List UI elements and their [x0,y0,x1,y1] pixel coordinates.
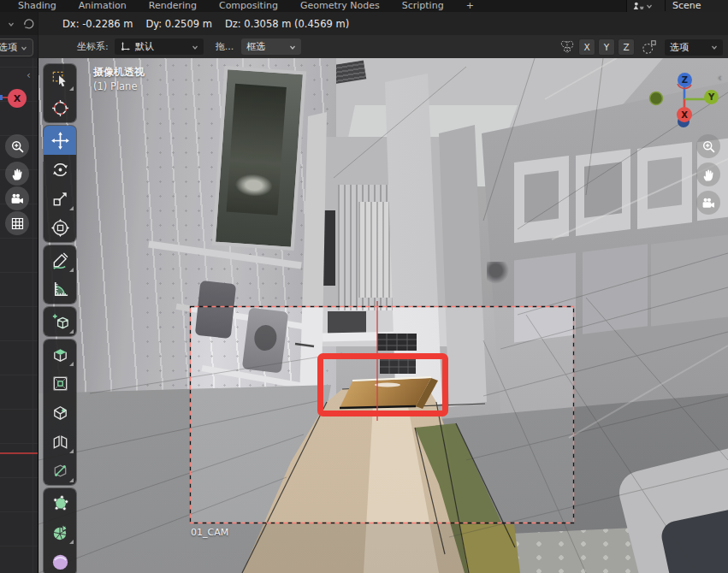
camera-view-icon[interactable] [5,186,29,210]
navigation-gizmo[interactable]: Z Y X [637,65,728,137]
orientation-dropdown[interactable]: 默认 [115,38,204,55]
select-mode-value: 框选 [246,40,265,53]
camera-name-label: 01_CAM [191,527,228,538]
orientation-value: 默认 [135,40,154,53]
pan-hand-icon[interactable] [696,162,720,186]
topbar: ShadingAnimationRenderingCompositingGeom… [0,0,728,12]
dz-value: Dz: 0.3058 m (0.4569 m) [225,18,349,30]
tab-scripting[interactable]: Scripting [391,0,455,12]
tab-+[interactable]: + [455,0,485,12]
grid-ortho-icon[interactable] [5,211,29,235]
chevron-down-icon [21,44,27,51]
3d-viewport[interactable]: 摄像机透视 (1) Plane 01_CAM ‹ Z Y X [38,58,728,573]
workspace-tabs: ShadingAnimationRenderingCompositingGeom… [7,0,485,12]
left-viewport-strip[interactable]: X ‹ [0,58,38,573]
pan-hand-icon[interactable] [5,162,29,186]
loop-cut-icon[interactable] [44,427,76,456]
rotate-icon[interactable] [44,155,76,184]
orientation-label: 坐标系: [77,40,109,53]
active-object-label: (1) Plane [93,80,138,92]
scene-selector[interactable]: Scene [626,0,728,12]
tab-animation[interactable]: Animation [68,0,138,12]
move-icon[interactable] [44,126,76,155]
chevron-down-icon [192,44,198,50]
y-axis-tip [0,95,3,100]
bevel-icon[interactable] [44,398,76,427]
options-label: 选项 [670,41,689,54]
cursor-icon[interactable] [44,93,76,122]
orientation-axes-icon [120,41,131,52]
scene-icon [632,1,646,11]
viewport-toolbar [44,64,76,573]
annotate-icon[interactable] [44,245,76,275]
tab-compositing[interactable]: Compositing [208,0,289,12]
chevron-down-icon [289,44,296,50]
axis-toggle-z[interactable]: Z [618,38,635,56]
inset-faces-icon[interactable] [44,369,76,398]
poly-build-icon[interactable] [44,488,76,517]
options-dropdown[interactable]: 选项 [665,39,723,56]
zoom-icon[interactable] [696,134,720,158]
left-options-button[interactable]: 选项 [0,38,33,56]
axis-toggle-y[interactable]: Y [598,38,615,56]
dy-value: Dy: 0.2509 m [145,18,211,30]
spin-icon[interactable] [44,517,76,546]
camera-passepartout [38,58,728,573]
gizmo-toggle-icon[interactable] [22,17,35,30]
extrude-icon[interactable] [44,340,76,369]
gizmo-x-ball[interactable]: X [8,89,27,108]
left-viewport-header: 选项 [0,35,38,58]
grid-x-axis-line [0,452,38,454]
gizmo-z-ball[interactable]: Z [678,73,692,87]
tool-settings-row: 选项 坐标系: 默认 拖... 框选 [0,35,728,58]
scene-overlay [38,58,728,573]
symmetry-icon[interactable] [559,39,576,55]
knife-icon[interactable] [44,456,76,485]
status-row: Dx: -0.2286 m Dy: 0.2509 m Dz: 0.3058 m … [0,12,728,35]
left-editor-header [0,12,38,35]
gizmo-y-ball[interactable]: Y [704,90,719,104]
smooth-icon[interactable] [44,546,76,573]
tab-rendering[interactable]: Rendering [138,0,208,12]
left-options-label: 选项 [0,41,17,54]
axis-toggle-x[interactable]: X [578,38,595,56]
chevron-down-icon [711,44,718,50]
tab-geometry-nodes[interactable]: Geometry Nodes [289,0,391,12]
editor-dropdown-chevron-icon[interactable] [8,21,15,27]
main-area: X ‹ [0,58,728,573]
gizmo-x-ball[interactable]: X [677,107,692,122]
transform-status-bar: Dx: -0.2286 m Dy: 0.2509 m Dz: 0.3058 m … [38,12,728,36]
collapse-arrow-icon[interactable]: ‹ [27,69,31,81]
chevron-down-icon [646,3,653,9]
wood-plank [340,377,438,409]
tab-shading[interactable]: Shading [7,0,68,12]
tool-settings-header: 坐标系: 默认 拖... 框选 XYZ [38,35,728,59]
scene-name[interactable]: Scene [665,0,728,11]
transform-icon[interactable] [44,213,76,242]
view-mode-label: 摄像机透视 [93,65,145,80]
tweak-select-icon[interactable] [44,64,76,93]
measure-icon[interactable] [44,275,76,304]
blender-window: ShadingAnimationRenderingCompositingGeom… [0,0,728,573]
add-cube-icon[interactable] [44,307,76,336]
select-mode-dropdown[interactable]: 框选 [241,38,301,55]
proportional-falloff-icon[interactable] [641,39,658,55]
drag-label: 拖... [216,40,234,53]
scale-icon[interactable] [44,184,76,213]
camera-view-icon[interactable] [696,191,720,215]
zoom-icon[interactable] [5,134,29,158]
dx-value: Dx: -0.2286 m [62,18,133,30]
